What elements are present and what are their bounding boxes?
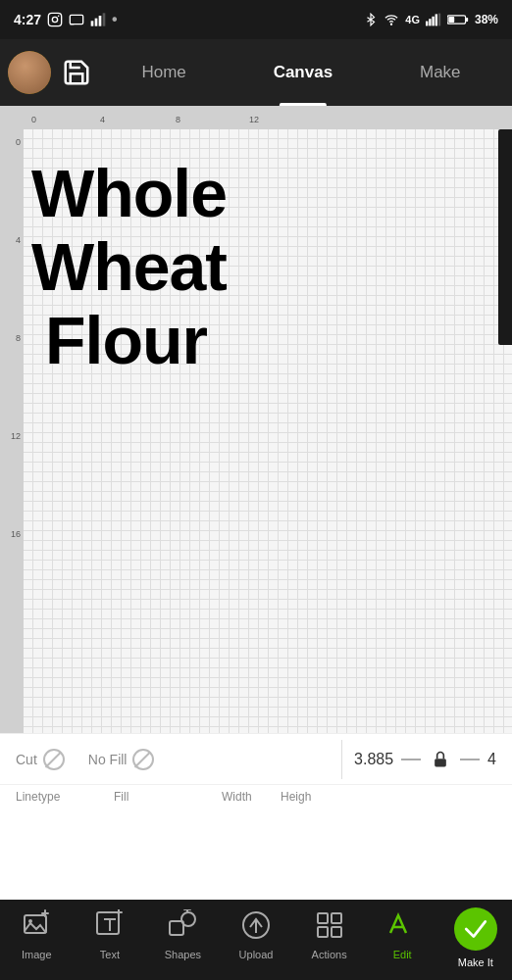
make-it-button[interactable] (454, 907, 497, 951)
svg-rect-35 (332, 913, 341, 923)
edit-icon (386, 909, 418, 941)
bottom-navigation: Image Text Shapes (0, 900, 512, 980)
tab-home[interactable]: Home (131, 39, 195, 106)
svg-rect-7 (99, 16, 102, 26)
grid-canvas[interactable]: Whole Wheat Flour (24, 129, 512, 733)
save-button[interactable] (55, 51, 98, 94)
ruler-mark-8: 8 (176, 115, 180, 124)
wifi-icon (384, 13, 399, 26)
svg-rect-19 (25, 915, 46, 933)
svg-rect-18 (435, 759, 446, 766)
svg-rect-5 (91, 21, 94, 25)
upload-nav-icon (238, 907, 274, 943)
image-label: Image (22, 949, 52, 960)
text-nav-icon (92, 907, 128, 943)
bluetooth-icon (364, 13, 378, 26)
network-label: 4G (405, 14, 420, 25)
top-navigation: Home Canvas Make (0, 39, 512, 106)
shapes-icon (167, 909, 198, 941)
image-icon (21, 909, 52, 941)
side-handle[interactable] (498, 129, 512, 345)
lock-button[interactable] (429, 748, 452, 771)
shapes-label: Shapes (165, 949, 201, 960)
actions-nav-icon (312, 907, 347, 943)
make-it-label: Make It (458, 956, 493, 968)
status-left: 4:27 • (14, 11, 118, 28)
ruler-left-4: 4 (16, 235, 21, 245)
upload-icon (240, 909, 272, 941)
svg-rect-10 (426, 22, 428, 26)
cut-label: Cut (16, 752, 37, 767)
actions-icon (314, 909, 345, 941)
text-line-1: Whole (31, 157, 227, 230)
signal-bars-icon (426, 13, 441, 26)
ruler-left: 0 4 8 12 16 (0, 129, 24, 733)
svg-point-1 (52, 17, 57, 22)
image-nav-icon (19, 907, 54, 943)
svg-rect-34 (318, 913, 328, 923)
status-right: 4G 38% (364, 13, 498, 26)
text-label: Text (100, 949, 120, 960)
battery-icon (447, 14, 469, 25)
ruler-mark-0: 0 (31, 115, 36, 124)
width-prop-label: Width (222, 790, 281, 804)
svg-rect-37 (332, 927, 341, 937)
tab-canvas[interactable]: Canvas (264, 39, 342, 106)
svg-rect-12 (432, 17, 434, 26)
ruler-top: 0 4 8 12 (24, 106, 512, 129)
instagram-icon (47, 12, 63, 27)
nav-tabs: Home Canvas Make (98, 39, 504, 106)
time-display: 4:27 (14, 12, 41, 27)
property-labels-row: Linetype Fill Width Heigh (0, 784, 512, 808)
svg-rect-3 (70, 15, 82, 24)
nav-item-make-it[interactable]: Make It (438, 907, 512, 968)
canvas-area[interactable]: 0 4 8 12 0 4 8 12 16 Whole Wheat Flour (0, 106, 512, 733)
edit-nav-icon (384, 907, 420, 943)
fill-selector[interactable]: No Fill (88, 749, 155, 770)
ruler-left-8: 8 (16, 333, 21, 343)
nav-item-text[interactable]: Text (74, 907, 147, 960)
dash-left (401, 759, 421, 760)
canvas-text-element[interactable]: Whole Wheat Flour (31, 157, 227, 376)
svg-rect-16 (466, 18, 468, 22)
linetype-prop-label: Linetype (16, 790, 94, 804)
svg-rect-13 (435, 14, 437, 25)
ruler-left-12: 12 (11, 431, 21, 441)
upload-label: Upload (239, 949, 274, 960)
lock-icon (431, 750, 450, 769)
fill-icon[interactable] (132, 749, 154, 770)
avatar[interactable] (8, 51, 51, 94)
svg-point-2 (58, 16, 60, 18)
edit-label: Edit (393, 949, 412, 960)
tab-make[interactable]: Make (410, 39, 471, 106)
svg-rect-17 (448, 17, 454, 23)
height-prop-label: Heigh (281, 790, 496, 804)
nav-item-actions[interactable]: Actions (292, 907, 366, 960)
ruler-mark-4: 4 (100, 115, 105, 124)
linetype-icon[interactable] (43, 749, 65, 770)
shapes-nav-icon (165, 907, 200, 943)
svg-rect-8 (103, 13, 106, 25)
ruler-left-0: 0 (16, 137, 21, 147)
dash-right (460, 759, 480, 760)
ruler-corner (0, 106, 24, 129)
cast-icon (69, 12, 84, 27)
nav-item-image[interactable]: Image (0, 907, 74, 960)
battery-percent: 38% (475, 13, 498, 26)
fill-prop-label: Fill (114, 790, 202, 804)
nav-item-shapes[interactable]: Shapes (146, 907, 220, 960)
make-it-icon (463, 916, 488, 942)
svg-rect-0 (48, 13, 61, 25)
nav-item-upload[interactable]: Upload (220, 907, 293, 960)
text-line-2: Wheat (31, 230, 227, 304)
svg-rect-6 (95, 19, 98, 26)
nav-item-edit[interactable]: Edit (366, 907, 439, 960)
width-value: 3.885 (354, 751, 393, 768)
svg-rect-23 (97, 912, 119, 934)
ruler-mark-12: 12 (249, 115, 259, 124)
svg-point-9 (391, 24, 392, 24)
svg-point-29 (181, 912, 195, 926)
size-group: 3.885 4 (354, 748, 496, 771)
svg-rect-11 (429, 19, 431, 25)
linetype-selector[interactable]: Cut (16, 749, 65, 770)
